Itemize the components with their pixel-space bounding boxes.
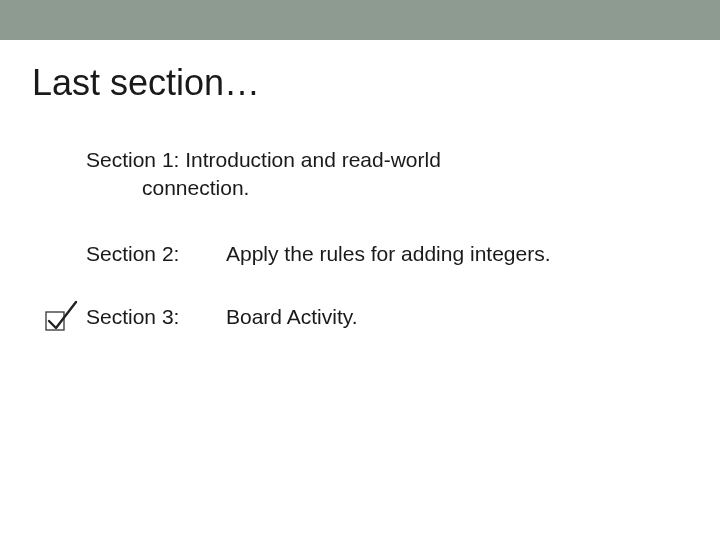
section-1-line-1: Section 1: Introduction and read-world (86, 148, 441, 171)
content-area: Section 1: Introduction and read-world c… (0, 104, 720, 329)
section-3-row: Section 3: Board Activity. (86, 304, 720, 329)
top-accent-bar (0, 0, 720, 40)
section-1-text: Section 1: Introduction and read-world c… (86, 146, 606, 203)
section-3-label: Section 3: (86, 304, 226, 329)
section-2-desc: Apply the rules for adding integers. (226, 241, 720, 266)
checkmark-icon (42, 298, 82, 334)
section-2-row: Section 2: Apply the rules for adding in… (86, 241, 720, 266)
section-1-line-2: connection. (86, 174, 606, 202)
page-title: Last section… (0, 40, 720, 104)
section-3-desc: Board Activity. (226, 304, 720, 329)
section-2-label: Section 2: (86, 241, 226, 266)
